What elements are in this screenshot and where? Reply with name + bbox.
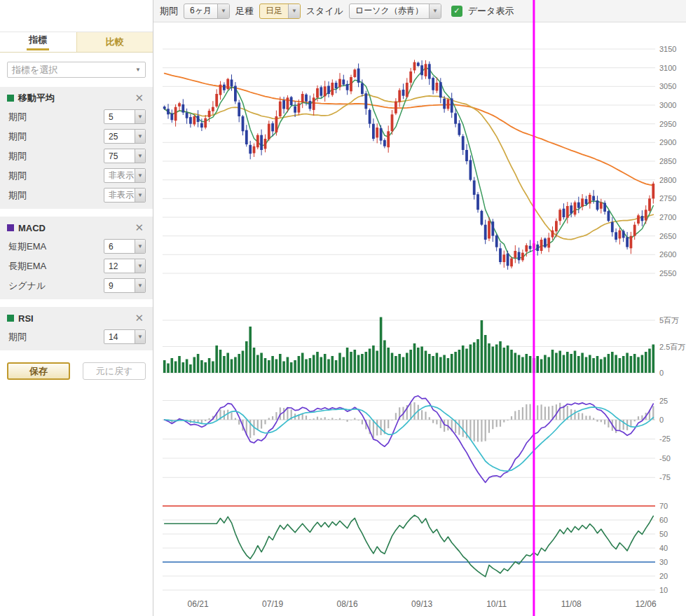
svg-text:2750: 2750 bbox=[659, 194, 676, 203]
bar-type-value: 日足 bbox=[260, 5, 288, 17]
macd-panel bbox=[164, 396, 654, 483]
style-value: ローソク（赤青） bbox=[350, 5, 429, 17]
macd-signal-select[interactable]: 9▼ bbox=[104, 278, 146, 293]
bar-type-select[interactable]: 日足 ▼ bbox=[259, 4, 301, 19]
chevron-down-icon: ▼ bbox=[217, 4, 229, 18]
svg-text:2900: 2900 bbox=[659, 138, 676, 146]
macd-color-swatch bbox=[7, 224, 14, 231]
ma-color-swatch bbox=[7, 95, 14, 102]
row-label: 期間 bbox=[8, 170, 104, 182]
indicator-select-placeholder: 指標を選択 bbox=[12, 64, 57, 76]
svg-text:40: 40 bbox=[659, 544, 668, 552]
select-value: 6 bbox=[109, 242, 114, 252]
row-label: 期間 bbox=[8, 111, 104, 123]
chevron-down-icon: ▼ bbox=[135, 259, 145, 273]
ma-period-5-select[interactable]: 非表示▼ bbox=[104, 188, 146, 203]
rsi-period-select[interactable]: 14▼ bbox=[104, 329, 146, 344]
section-title: RSI bbox=[18, 313, 132, 324]
svg-text:2650: 2650 bbox=[659, 232, 676, 240]
row-label: 期間 bbox=[8, 150, 104, 163]
ma-period-4-select[interactable]: 非表示▼ bbox=[104, 168, 146, 183]
svg-text:3150: 3150 bbox=[659, 45, 676, 53]
chevron-down-icon: ▼ bbox=[135, 189, 145, 202]
svg-text:60: 60 bbox=[659, 516, 668, 524]
svg-text:09/13: 09/13 bbox=[411, 599, 432, 609]
macd-long-ema-select[interactable]: 12▼ bbox=[104, 259, 146, 273]
chart-area: 期間 6ヶ月 ▼ 足種 日足 ▼ スタイル ローソク（赤青） ▼ ✓ データ表示… bbox=[153, 0, 686, 616]
chevron-down-icon: ▼ bbox=[135, 279, 145, 292]
select-value: 12 bbox=[109, 261, 118, 271]
svg-text:-50: -50 bbox=[659, 454, 671, 463]
svg-text:08/16: 08/16 bbox=[337, 599, 358, 609]
chevron-down-icon: ▼ bbox=[288, 4, 300, 18]
price-panel bbox=[163, 60, 654, 269]
chevron-down-icon: ▼ bbox=[135, 67, 141, 73]
tab-indicators[interactable]: 指標 bbox=[0, 32, 76, 52]
row-label: 期間 bbox=[8, 331, 104, 343]
svg-text:2950: 2950 bbox=[659, 120, 676, 128]
section-title: 移動平均 bbox=[18, 92, 132, 104]
section-moving-average: 移動平均 ✕ 期間 5▼ 期間 25▼ 期間 75▼ 期間 非表示▼ 期間 非表… bbox=[0, 87, 153, 209]
row-label: 長期EMA bbox=[8, 260, 104, 273]
svg-text:30: 30 bbox=[659, 558, 668, 566]
select-value: 5 bbox=[109, 112, 114, 122]
section-macd: MACD ✕ 短期EMA 6▼ 長期EMA 12▼ シグナル 9▼ bbox=[0, 217, 153, 299]
stock-chart[interactable]: 3150310030503000295029002850280027502700… bbox=[153, 0, 686, 616]
close-icon[interactable]: ✕ bbox=[132, 221, 146, 234]
rsi-panel bbox=[163, 506, 655, 577]
ma-period-3-select[interactable]: 75▼ bbox=[104, 149, 146, 163]
svg-text:3100: 3100 bbox=[659, 64, 676, 72]
select-value: 非表示 bbox=[109, 189, 134, 201]
stock-chart-app: 指標 比較 指標を選択 ▼ 移動平均 ✕ 期間 5▼ 期間 25▼ 期間 75▼… bbox=[0, 0, 686, 616]
grid-and-axes: 3150310030503000295029002850280027502700… bbox=[163, 45, 685, 594]
select-value: 75 bbox=[109, 151, 118, 161]
select-value: 9 bbox=[109, 281, 114, 291]
ma-period-2-select[interactable]: 25▼ bbox=[104, 129, 146, 144]
close-icon[interactable]: ✕ bbox=[132, 92, 146, 104]
save-button[interactable]: 保存 bbox=[7, 362, 70, 380]
svg-text:2850: 2850 bbox=[659, 157, 676, 165]
svg-text:2550: 2550 bbox=[659, 269, 676, 278]
svg-text:2.5百万: 2.5百万 bbox=[659, 343, 685, 351]
select-value: 14 bbox=[109, 332, 118, 342]
section-rsi: RSI ✕ 期間 14▼ bbox=[0, 307, 153, 350]
style-select[interactable]: ローソク（赤青） ▼ bbox=[349, 4, 441, 19]
macd-short-ema-select[interactable]: 6▼ bbox=[104, 239, 146, 254]
section-title: MACD bbox=[18, 223, 132, 233]
period-select[interactable]: 6ヶ月 ▼ bbox=[184, 4, 230, 19]
period-label: 期間 bbox=[160, 5, 178, 18]
svg-text:0: 0 bbox=[659, 369, 664, 377]
svg-text:2600: 2600 bbox=[659, 250, 676, 259]
chevron-down-icon: ▼ bbox=[135, 330, 145, 343]
svg-text:07/19: 07/19 bbox=[262, 599, 283, 609]
indicator-select[interactable]: 指標を選択 ▼ bbox=[7, 62, 146, 78]
ma-period-1-select[interactable]: 5▼ bbox=[104, 109, 146, 124]
row-label: 期間 bbox=[8, 130, 104, 143]
select-value: 25 bbox=[109, 132, 118, 142]
close-icon[interactable]: ✕ bbox=[132, 312, 146, 324]
tab-compare-label: 比較 bbox=[106, 36, 124, 48]
rsi-color-swatch bbox=[7, 315, 14, 322]
bar-type-label: 足種 bbox=[235, 5, 254, 18]
svg-text:10/11: 10/11 bbox=[486, 599, 507, 609]
sidebar-tabs: 指標 比較 bbox=[0, 32, 153, 53]
tab-compare[interactable]: 比較 bbox=[76, 32, 153, 52]
sidebar: 指標 比較 指標を選択 ▼ 移動平均 ✕ 期間 5▼ 期間 25▼ 期間 75▼… bbox=[0, 0, 153, 616]
reset-button[interactable]: 元に戻す bbox=[83, 362, 146, 380]
chevron-down-icon: ▼ bbox=[429, 4, 441, 18]
period-value: 6ヶ月 bbox=[184, 5, 217, 17]
chevron-down-icon: ▼ bbox=[135, 149, 145, 163]
svg-text:11/08: 11/08 bbox=[561, 599, 582, 609]
chevron-down-icon: ▼ bbox=[135, 240, 145, 253]
svg-text:70: 70 bbox=[659, 502, 668, 510]
svg-text:12/06: 12/06 bbox=[636, 599, 657, 609]
chevron-down-icon: ▼ bbox=[135, 169, 145, 182]
row-label: 期間 bbox=[8, 189, 104, 202]
style-label: スタイル bbox=[306, 5, 343, 18]
check-icon: ✓ bbox=[453, 7, 460, 15]
svg-text:50: 50 bbox=[659, 530, 668, 538]
svg-text:06/21: 06/21 bbox=[188, 599, 209, 609]
data-display-checkbox[interactable]: ✓ bbox=[451, 6, 462, 17]
svg-text:2800: 2800 bbox=[659, 176, 676, 184]
chevron-down-icon: ▼ bbox=[135, 130, 145, 143]
